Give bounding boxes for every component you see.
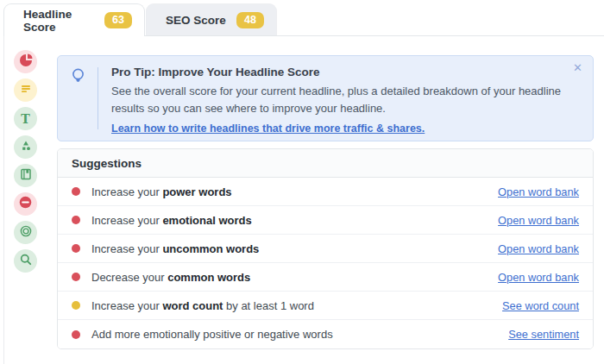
suggestion-text: Increase your power words xyxy=(91,185,232,198)
pro-tip-body: See the overall score for your current h… xyxy=(111,83,563,116)
pie-chart-icon xyxy=(19,53,33,71)
severity-dot xyxy=(72,273,80,281)
suggestion-text: Increase your word count by at least 1 w… xyxy=(91,299,314,312)
sidebar-item-headline-type[interactable]: T xyxy=(14,107,37,130)
open-word-bank-link[interactable]: Open word bank xyxy=(498,271,579,284)
pro-tip-title: Pro Tip: Improve Your Headline Score xyxy=(111,66,563,78)
lightbulb-icon xyxy=(70,67,86,141)
tab-label: Headline Score xyxy=(23,8,104,34)
sidebar-item-readability[interactable] xyxy=(14,78,37,102)
headline-score-badge: 63 xyxy=(104,12,132,29)
see-word-count-link[interactable]: See word count xyxy=(502,299,579,312)
suggestion-text: Increase your emotional words xyxy=(91,214,252,227)
suggestion-row-power-words: Increase your power words Open word bank xyxy=(58,178,593,206)
sidebar-item-target[interactable] xyxy=(14,221,37,244)
suggestion-row-sentiment: Add more emotionally positive or negativ… xyxy=(58,320,593,348)
target-icon xyxy=(19,224,33,242)
sidebar-item-word-balance[interactable] xyxy=(14,50,37,73)
tab-seo-score[interactable]: SEO Score 48 xyxy=(146,3,277,36)
dictionary-icon xyxy=(19,167,33,185)
suggestion-row-common-words: Decrease your common words Open word ban… xyxy=(58,263,593,292)
severity-dot xyxy=(72,244,80,253)
severity-dot xyxy=(72,330,80,339)
pro-tip-icon-column xyxy=(58,56,98,141)
typography-icon: T xyxy=(21,113,29,125)
tab-label: SEO Score xyxy=(166,14,226,27)
sidebar-item-seo[interactable] xyxy=(14,249,37,273)
text-lines-icon xyxy=(19,82,33,99)
sidebar-item-dictionary[interactable] xyxy=(14,164,37,187)
severity-dot xyxy=(72,216,80,224)
open-word-bank-link[interactable]: Open word bank xyxy=(498,185,579,198)
seo-score-badge: 48 xyxy=(236,12,264,29)
severity-dot xyxy=(72,301,80,310)
severity-dot xyxy=(72,187,80,196)
no-entry-icon xyxy=(18,195,33,213)
tab-headline-score[interactable]: Headline Score 63 xyxy=(3,3,145,36)
see-sentiment-link[interactable]: See sentiment xyxy=(508,328,579,341)
shapes-icon xyxy=(19,139,33,156)
open-word-bank-link[interactable]: Open word bank xyxy=(498,242,579,255)
headline-analyzer-window: Headline Score 63 SEO Score 48 T xyxy=(0,0,604,364)
search-icon xyxy=(19,253,33,270)
suggestions-card: Suggestions Increase your power words Op… xyxy=(57,148,594,349)
sidebar-item-word-structure[interactable] xyxy=(14,135,37,159)
suggestion-row-uncommon-words: Increase your uncommon words Open word b… xyxy=(58,235,593,263)
pro-tip-callout: Pro Tip: Improve Your Headline Score See… xyxy=(57,55,594,141)
suggestions-title: Suggestions xyxy=(58,149,593,178)
sidebar-item-sentiment[interactable] xyxy=(14,192,37,216)
open-word-bank-link[interactable]: Open word bank xyxy=(498,214,579,227)
suggestion-text: Add more emotionally positive or negativ… xyxy=(91,328,333,341)
suggestion-text: Decrease your common words xyxy=(91,271,250,284)
suggestion-text: Increase your uncommon words xyxy=(91,242,259,255)
suggestion-row-word-count: Increase your word count by at least 1 w… xyxy=(58,292,593,320)
pro-tip-learn-link[interactable]: Learn how to write headlines that drive … xyxy=(111,122,425,135)
suggestion-row-emotional-words: Increase your emotional words Open word … xyxy=(58,206,593,235)
close-icon[interactable]: ✕ xyxy=(573,62,582,73)
